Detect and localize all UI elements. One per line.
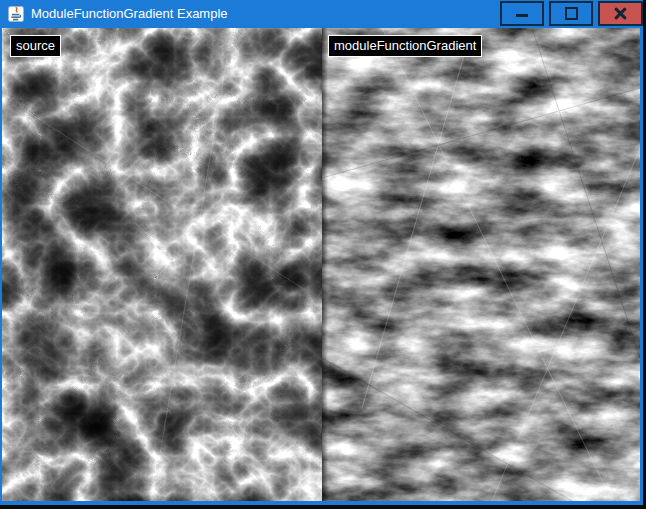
minimize-dash-icon bbox=[516, 14, 528, 17]
content-area: source bbox=[2, 28, 640, 501]
app-window: ModuleFunctionGradient Example bbox=[0, 0, 643, 505]
titlebar[interactable]: ModuleFunctionGradient Example bbox=[0, 0, 643, 28]
minimize-button[interactable] bbox=[500, 1, 544, 26]
source-label: source bbox=[10, 35, 61, 57]
window-title: ModuleFunctionGradient Example bbox=[31, 0, 228, 28]
close-x-icon bbox=[614, 7, 627, 20]
gradient-image-panel: moduleFunctionGradient bbox=[322, 28, 640, 501]
gradient-noise-image bbox=[322, 28, 640, 501]
gradient-label: moduleFunctionGradient bbox=[328, 35, 482, 57]
java-coffee-cup-icon bbox=[8, 6, 24, 22]
source-noise-image bbox=[2, 28, 322, 501]
source-image-panel: source bbox=[2, 28, 322, 501]
maximize-button[interactable] bbox=[549, 1, 593, 26]
close-button[interactable] bbox=[598, 1, 643, 26]
window-controls bbox=[495, 0, 643, 28]
maximize-square-icon bbox=[565, 7, 578, 20]
